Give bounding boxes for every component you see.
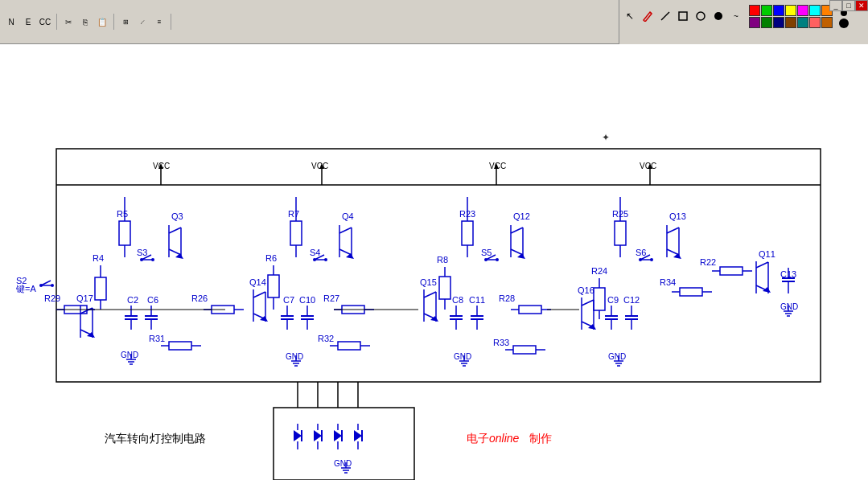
wire-btn[interactable]: ⟋ — [134, 14, 150, 30]
color-yellow[interactable] — [785, 5, 796, 16]
svg-text:C10: C10 — [299, 295, 315, 305]
subtitle-online: online — [489, 432, 520, 445]
svg-text:R29: R29 — [44, 293, 60, 303]
svg-text:GND: GND — [334, 459, 352, 468]
svg-text:R26: R26 — [191, 293, 208, 303]
cut-btn[interactable]: ✂ — [60, 14, 76, 30]
svg-text:Q14: Q14 — [249, 277, 266, 287]
color-darkorange[interactable] — [821, 17, 833, 28]
svg-text:Q3: Q3 — [171, 211, 183, 221]
svg-text:S3: S3 — [137, 248, 147, 257]
svg-point-49 — [51, 284, 54, 287]
svg-text:C9: C9 — [607, 295, 619, 305]
svg-text:GND: GND — [780, 302, 798, 311]
close-btn[interactable]: ✕ — [855, 0, 868, 11]
color-navy[interactable] — [773, 17, 784, 28]
component-btn[interactable]: ⊞ — [117, 14, 134, 30]
draw-toolbar: _ □ ✕ ↖ — [619, 0, 868, 44]
ellipse-tool[interactable] — [693, 8, 709, 24]
select-tool[interactable]: ↖ — [622, 8, 638, 24]
svg-text:R4: R4 — [93, 253, 104, 263]
svg-text:Q11: Q11 — [759, 249, 775, 259]
svg-text:R22: R22 — [700, 257, 716, 267]
svg-text:GND: GND — [286, 352, 303, 361]
rect-tool[interactable] — [675, 8, 691, 24]
bus-btn[interactable]: ≡ — [151, 14, 167, 30]
svg-text:VCC: VCC — [640, 162, 656, 170]
svg-text:R31: R31 — [149, 334, 165, 343]
svg-text:R6: R6 — [265, 253, 277, 263]
color-blue[interactable] — [773, 5, 784, 16]
circuit-title: 汽车转向灯控制电路 — [105, 432, 206, 445]
svg-text:VCC: VCC — [311, 162, 328, 170]
svg-point-91 — [324, 258, 327, 261]
svg-point-143 — [496, 258, 499, 261]
svg-text:Q4: Q4 — [342, 211, 354, 221]
svg-rect-5 — [0, 44, 868, 480]
svg-point-3 — [697, 12, 705, 20]
toolbar: N E CC ✂ ⎘ 📋 ⊞ ⟋ ≡ _ □ ✕ ↖ — [0, 0, 868, 44]
pencil-tool[interactable] — [640, 8, 656, 24]
svg-text:R34: R34 — [660, 277, 676, 287]
maximize-btn[interactable]: □ — [842, 0, 855, 11]
color-darkgreen[interactable] — [761, 17, 772, 28]
svg-text:C2: C2 — [127, 295, 138, 305]
color-magenta[interactable] — [797, 5, 808, 16]
file-tools: N E CC — [3, 14, 57, 30]
svg-text:C7: C7 — [283, 295, 294, 305]
minimize-btn[interactable]: _ — [829, 0, 842, 11]
svg-text:R7: R7 — [288, 209, 299, 219]
svg-text:R28: R28 — [499, 293, 515, 303]
svg-text:Q17: Q17 — [76, 293, 93, 303]
color-teal[interactable] — [797, 17, 808, 28]
pen-large[interactable] — [839, 18, 849, 28]
svg-text:S6: S6 — [636, 248, 646, 257]
svg-text:C6: C6 — [147, 295, 158, 305]
svg-text:R27: R27 — [323, 293, 339, 303]
copy-btn[interactable]: ⎘ — [77, 14, 93, 30]
line-tool[interactable] — [657, 8, 673, 24]
schematic-diagram: ✦ VCC VCC VCC VCC Q3 — [0, 44, 868, 480]
edit-tools: ✂ ⎘ 📋 — [60, 14, 114, 30]
color-lightred[interactable] — [809, 17, 821, 28]
svg-text:R5: R5 — [117, 209, 128, 219]
svg-text:R24: R24 — [591, 266, 607, 276]
canvas-area[interactable]: ✦ VCC VCC VCC VCC Q3 — [0, 44, 868, 480]
svg-text:R8: R8 — [437, 255, 448, 265]
svg-text:键=A: 键=A — [15, 284, 36, 293]
svg-text:Q12: Q12 — [513, 211, 530, 221]
svg-line-1 — [661, 12, 669, 20]
svg-text:✦: ✦ — [602, 132, 610, 143]
color-green[interactable] — [761, 5, 772, 16]
color-red[interactable] — [749, 5, 760, 16]
svg-text:R32: R32 — [318, 334, 334, 343]
svg-text:C11: C11 — [469, 295, 485, 305]
svg-text:GND: GND — [454, 352, 471, 361]
svg-point-37 — [151, 258, 154, 261]
curve-tool[interactable]: ~ — [728, 8, 744, 24]
subtitle: 电子 — [467, 432, 489, 445]
color-brown[interactable] — [785, 17, 796, 28]
edit-btn[interactable]: E — [20, 14, 36, 30]
svg-text:Q13: Q13 — [669, 211, 686, 221]
filled-circle-tool[interactable] — [710, 8, 726, 24]
svg-text:C8: C8 — [452, 295, 463, 305]
svg-point-4 — [714, 12, 722, 20]
color-purple[interactable] — [749, 17, 760, 28]
paste-btn[interactable]: 📋 — [94, 14, 110, 30]
svg-text:Q16: Q16 — [578, 285, 594, 295]
svg-text:GND: GND — [608, 352, 626, 361]
svg-text:S5: S5 — [481, 248, 492, 257]
svg-text:S4: S4 — [310, 248, 320, 257]
svg-text:VCC: VCC — [489, 162, 506, 170]
new-btn[interactable]: N — [3, 14, 19, 30]
svg-text:Q15: Q15 — [420, 277, 437, 287]
svg-text:R33: R33 — [493, 338, 509, 347]
window-controls: _ □ ✕ — [829, 0, 868, 11]
svg-line-0 — [650, 12, 652, 14]
cc-btn[interactable]: CC — [37, 14, 53, 30]
svg-point-191 — [650, 258, 653, 261]
color-palette — [749, 5, 833, 28]
color-cyan[interactable] — [809, 5, 821, 16]
svg-text:GND: GND — [121, 351, 138, 359]
